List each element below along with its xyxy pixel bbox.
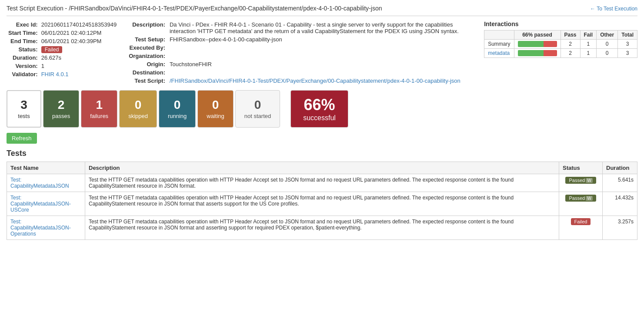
success-pct: 66% <box>304 96 335 114</box>
stat-tests: 3 tests <box>7 90 41 128</box>
test-duration: 5.641s <box>603 174 637 192</box>
exec-id-value: 20210601174012451835394­9 <box>40 20 119 29</box>
test-status: Failed <box>559 216 603 240</box>
interactions-title: Interactions <box>484 20 637 27</box>
interaction-pass: 2 <box>561 49 580 58</box>
skipped-count: 0 <box>135 99 142 111</box>
test-script-link[interactable]: /FHIRSandbox/DaVinci/FHIR4-0-1-Test/PDEX… <box>170 78 460 84</box>
interactions-table: 66% passed Pass Fail Other Total Summary… <box>484 30 637 58</box>
interactions-col-name <box>484 30 514 40</box>
col-header-desc: Description <box>85 162 559 174</box>
test-description: Test the HTTP GET metadata capabilities … <box>85 216 559 240</box>
version-label: Version: <box>7 62 40 70</box>
test-setup-label: Test Setup: <box>127 35 168 44</box>
version-value: 1 <box>40 62 119 70</box>
test-duration: 14.432s <box>603 192 637 216</box>
not-started-count: 0 <box>254 99 261 111</box>
running-count: 0 <box>174 99 181 111</box>
validator-value: FHIR 4.0.1 <box>40 70 119 78</box>
test-name[interactable]: Test: CapabilityMetadataJSON-Operations <box>7 216 85 240</box>
test-script-label: Test Script: <box>127 77 168 85</box>
table-row: Test: CapabilityMetadataJSON-USCore Test… <box>7 192 637 216</box>
page-header: Test Script Execution - /FHIRSandbox/DaV… <box>7 4 637 16</box>
interaction-fail: 1 <box>580 49 597 58</box>
stat-not-started: 0 not started <box>235 90 280 128</box>
page-title: Test Script Execution - /FHIRSandbox/DaV… <box>7 4 382 12</box>
description-value: Da Vinci - PDex - FHIR R4-0-1 - Scenario… <box>168 20 475 35</box>
destination-label: Destination: <box>127 68 168 77</box>
validator-link[interactable]: FHIR 4.0.1 <box>41 71 69 78</box>
status-badge: Passed W <box>565 195 596 202</box>
stat-skipped: 0 skipped <box>119 90 157 128</box>
status-value: Failed <box>40 45 119 54</box>
interaction-fail: 1 <box>580 40 597 49</box>
tests-section: Tests Test Name Description Status Durat… <box>7 149 637 240</box>
col-header-duration: Duration <box>603 162 637 174</box>
duration-value: 26.627s <box>40 54 119 62</box>
interactions-col-pass: Pass <box>561 30 580 40</box>
origin-value: TouchstoneFHIR <box>168 60 475 68</box>
interaction-other: 0 <box>597 49 618 58</box>
origin-label: Origin: <box>127 60 168 68</box>
interactions-col-other: Other <box>597 30 618 40</box>
status-badge: Failed <box>571 218 591 225</box>
tests-title: Tests <box>7 149 637 158</box>
stat-success: 66% successful <box>290 90 348 128</box>
interaction-bar <box>514 49 561 58</box>
interactions-col-total: Total <box>618 30 637 40</box>
test-description: Test the HTTP GET metadata capabilities … <box>85 192 559 216</box>
page-title-sub: - /FHIRSandbox/DaVinci/FHIR4-0-1-Test/PD… <box>63 5 382 12</box>
stat-passes: 2 passes <box>43 90 79 128</box>
test-description: Test the HTTP GET metadata capabilities … <box>85 174 559 192</box>
failures-count: 1 <box>96 99 103 111</box>
exec-id-label: Exec Id: <box>7 20 40 29</box>
col-header-name: Test Name <box>7 162 85 174</box>
interactions-panel: Interactions 66% passed Pass Fail Other … <box>484 20 637 85</box>
top-section: Exec Id: 20210601174012451835394­9 Start… <box>7 20 637 85</box>
skipped-label: skipped <box>128 113 148 119</box>
test-name[interactable]: Test: CapabilityMetadataJSON <box>7 174 85 192</box>
duration-label: Duration: <box>7 54 40 62</box>
status-badge: Passed W <box>565 177 596 184</box>
table-row: Test: CapabilityMetadataJSON Test the HT… <box>7 174 637 192</box>
passes-count: 2 <box>58 99 65 111</box>
organization-label: Organization: <box>127 52 168 60</box>
meta-mid: Description: Da Vinci - PDex - FHIR R4-0… <box>127 20 475 85</box>
stat-running: 0 running <box>159 90 196 128</box>
not-started-label: not started <box>244 113 271 119</box>
interaction-row-name[interactable]: metadata <box>484 49 514 58</box>
interactions-col-pct: 66% passed <box>514 30 561 40</box>
interaction-bar <box>514 40 561 49</box>
description-label: Description: <box>127 20 168 35</box>
waiting-count: 0 <box>212 99 219 111</box>
interaction-other: 0 <box>597 40 618 49</box>
test-duration: 3.257s <box>603 216 637 240</box>
meta-left: Exec Id: 20210601174012451835394­9 Start… <box>7 20 118 85</box>
running-label: running <box>168 113 187 119</box>
interactions-col-fail: Fail <box>580 30 597 40</box>
start-time-value: 06/01/2021 02:40:12PM <box>40 29 119 37</box>
back-link[interactable]: To Test Execution <box>590 6 637 12</box>
tests-label: tests <box>18 113 30 119</box>
status-badge: Failed <box>41 46 63 53</box>
executed-by-value <box>168 44 475 52</box>
interaction-total: 3 <box>618 40 637 49</box>
destination-value <box>168 68 475 77</box>
col-header-status: Status <box>559 162 603 174</box>
test-name[interactable]: Test: CapabilityMetadataJSON-USCore <box>7 192 85 216</box>
stats-row: 3 tests 2 passes 1 failures 0 skipped 0 … <box>7 90 637 128</box>
tests-count: 3 <box>20 99 27 111</box>
interaction-pass: 2 <box>561 40 580 49</box>
refresh-button[interactable]: Refresh <box>7 133 37 144</box>
test-script-value: /FHIRSandbox/DaVinci/FHIR4-0-1-Test/PDEX… <box>168 77 475 85</box>
interaction-row-name: Summary <box>484 40 514 49</box>
end-time-value: 06/01/2021 02:40:39PM <box>40 37 119 45</box>
passes-label: passes <box>52 113 70 119</box>
table-row: Test: CapabilityMetadataJSON-Operations … <box>7 216 637 240</box>
waiting-label: waiting <box>207 113 224 119</box>
tests-table: Test Name Description Status Duration Te… <box>7 162 637 240</box>
failures-label: failures <box>90 113 108 119</box>
test-status: Passed W <box>559 174 603 192</box>
stat-waiting: 0 waiting <box>197 90 233 128</box>
validator-label: Validator: <box>7 70 40 78</box>
